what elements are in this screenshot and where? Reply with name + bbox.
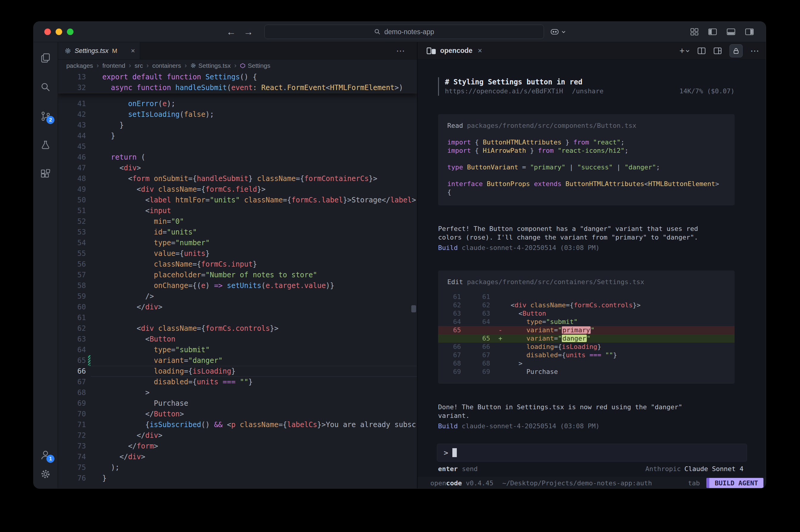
line-number[interactable]: 68: [58, 387, 86, 398]
line-number[interactable]: 48: [58, 173, 86, 184]
line-number[interactable]: 56: [58, 259, 86, 270]
panel-more-actions-icon[interactable]: ⋯: [750, 45, 759, 56]
code-line[interactable]: 70 </Button>: [58, 408, 417, 419]
zoom-window-button[interactable]: [67, 28, 73, 35]
line-number[interactable]: 55: [58, 248, 86, 259]
code-line[interactable]: 13export default function Settings() {: [58, 72, 417, 82]
split-editor-icon[interactable]: [713, 47, 722, 54]
breadcrumb-item[interactable]: packages: [66, 62, 93, 69]
code-line[interactable]: 52 min="0": [58, 216, 417, 227]
unshare-link[interactable]: /unshare: [572, 87, 603, 96]
back-arrow-icon[interactable]: ←: [226, 26, 236, 37]
code-line[interactable]: 45: [58, 141, 417, 152]
code-line[interactable]: 76}: [58, 473, 417, 483]
code-line[interactable]: 62 <div className={formCs.controls}>: [58, 323, 417, 334]
line-number[interactable]: 47: [58, 163, 86, 173]
breadcrumb-item-file[interactable]: Settings.tsx: [190, 62, 231, 69]
scrollbar-thumb[interactable]: [411, 305, 416, 312]
customize-layout-icon[interactable]: [690, 28, 699, 36]
line-number[interactable]: 61: [58, 312, 86, 323]
line-number[interactable]: 69: [58, 398, 86, 408]
code-line[interactable]: 42 setIsLoading(false);: [58, 109, 417, 120]
code-line[interactable]: 72 </div>: [58, 430, 417, 441]
code-line[interactable]: 44 }: [58, 131, 417, 141]
new-terminal-button[interactable]: +: [679, 46, 690, 56]
line-number[interactable]: 46: [58, 152, 86, 163]
split-terminal-icon[interactable]: [697, 47, 706, 54]
code-line[interactable]: 51 <input: [58, 205, 417, 216]
line-number[interactable]: 74: [58, 452, 86, 462]
line-number[interactable]: 54: [58, 238, 86, 248]
line-number[interactable]: 57: [58, 270, 86, 280]
code-line[interactable]: 41 onError(e);: [58, 98, 417, 109]
code-line[interactable]: 43 }: [58, 120, 417, 131]
code-line[interactable]: 54 type="number": [58, 238, 417, 248]
breadcrumb-item[interactable]: src: [135, 62, 143, 69]
sidebar-item-run-debug[interactable]: [39, 139, 52, 152]
close-window-button[interactable]: [44, 28, 51, 35]
code-line[interactable]: 53 id="units": [58, 227, 417, 238]
settings-menu[interactable]: [39, 468, 52, 480]
sidebar-item-extensions[interactable]: [39, 168, 52, 181]
tab-settings-tsx[interactable]: Settings.tsx M ×: [58, 42, 140, 59]
code-line[interactable]: 65 variant="danger": [58, 355, 417, 366]
code-line[interactable]: 59 />: [58, 291, 417, 302]
code-line[interactable]: 61: [58, 312, 417, 323]
breadcrumb-item[interactable]: frontend: [102, 62, 125, 69]
line-number[interactable]: 44: [58, 131, 86, 141]
line-number[interactable]: 72: [58, 430, 86, 441]
copilot-menu[interactable]: [550, 22, 566, 42]
code-line[interactable]: 67 disabled={units === ""}: [58, 377, 417, 387]
accounts-menu[interactable]: 1: [39, 449, 52, 461]
line-number[interactable]: 71: [58, 419, 86, 430]
toggle-sidebar-right-icon[interactable]: [745, 28, 754, 36]
code-line[interactable]: 69 Purchase: [58, 398, 417, 408]
sidebar-item-search[interactable]: [39, 80, 52, 94]
code-line[interactable]: 58 onChange={(e) => setUnits(e.target.va…: [58, 280, 417, 291]
command-center-search[interactable]: demo-notes-app: [264, 25, 544, 39]
line-number[interactable]: 76: [58, 473, 86, 483]
prompt-input[interactable]: >: [437, 444, 747, 461]
line-number[interactable]: 65: [58, 355, 86, 366]
code-line[interactable]: 50 <label htmlFor="units" className={for…: [58, 195, 417, 205]
code-line[interactable]: 60 </div>: [58, 302, 417, 312]
sidebar-item-explorer[interactable]: [39, 52, 52, 64]
code-line[interactable]: 73 </form>: [58, 441, 417, 452]
code-line[interactable]: 75 );: [58, 462, 417, 473]
line-number[interactable]: 52: [58, 216, 86, 227]
agent-mode-badge[interactable]: BUILD AGENT: [706, 478, 763, 488]
lock-panel-button[interactable]: [729, 44, 743, 57]
line-number[interactable]: 53: [58, 227, 86, 238]
close-tab-icon[interactable]: ×: [131, 47, 135, 55]
line-number[interactable]: 64: [58, 344, 86, 355]
editor-more-actions-icon[interactable]: ⋯: [396, 42, 417, 59]
line-number[interactable]: 51: [58, 205, 86, 216]
code-editor[interactable]: 13export default function Settings() {32…: [58, 72, 417, 489]
code-line[interactable]: 56 className={formCs.input}: [58, 259, 417, 270]
line-number[interactable]: 50: [58, 195, 86, 205]
code-line[interactable]: 57 placeholder="Number of notes to store…: [58, 270, 417, 280]
line-number[interactable]: 42: [58, 109, 86, 120]
line-number[interactable]: 41: [58, 98, 86, 109]
line-number[interactable]: 43: [58, 120, 86, 131]
line-number[interactable]: 67: [58, 377, 86, 387]
code-line[interactable]: 32 async function handleSubmit(event: Re…: [58, 82, 417, 93]
code-line[interactable]: 46 return (: [58, 152, 417, 163]
line-number[interactable]: 58: [58, 280, 86, 291]
line-number[interactable]: 60: [58, 302, 86, 312]
line-number[interactable]: 75: [58, 462, 86, 473]
line-number[interactable]: 62: [58, 323, 86, 334]
line-number[interactable]: 13: [58, 72, 86, 82]
line-number[interactable]: 32: [58, 82, 86, 93]
forward-arrow-icon[interactable]: →: [244, 26, 253, 37]
line-number[interactable]: 73: [58, 441, 86, 452]
sidebar-item-source-control[interactable]: 2: [39, 110, 52, 123]
toggle-panel-icon[interactable]: [727, 28, 736, 36]
line-number[interactable]: 59: [58, 291, 86, 302]
code-line[interactable]: 48 <form onSubmit={handleSubmit} classNa…: [58, 173, 417, 184]
line-number[interactable]: 45: [58, 141, 86, 152]
code-line[interactable]: 49 <div className={formCs.field}>: [58, 184, 417, 195]
code-line[interactable]: 71 {isSubscribed() && <p className={labe…: [58, 419, 417, 430]
session-share-url[interactable]: https://opencode.ai/s/eBdFXTiH: [445, 87, 563, 96]
line-number[interactable]: 70: [58, 408, 86, 419]
